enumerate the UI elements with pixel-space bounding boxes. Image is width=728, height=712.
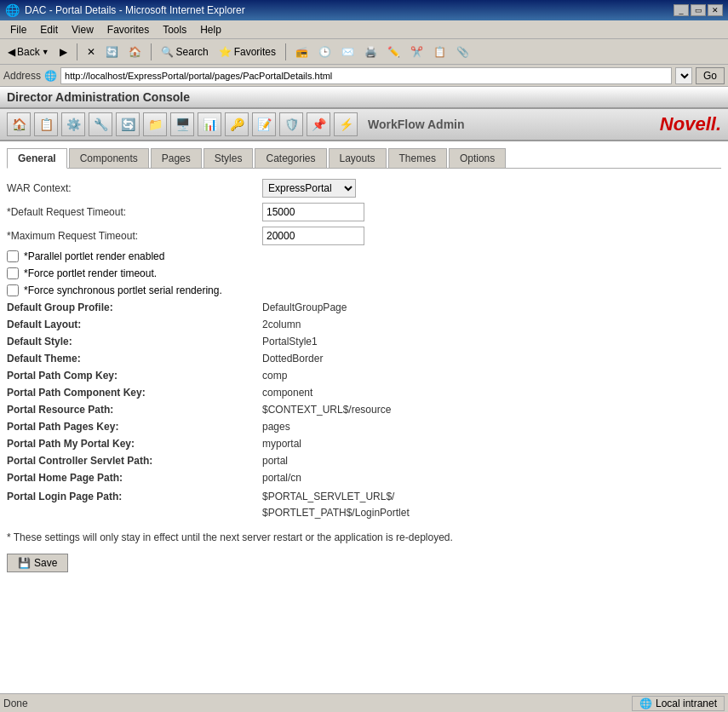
address-dropdown[interactable] [675, 67, 692, 84]
parallel-portlet-checkbox[interactable] [7, 250, 19, 262]
default-theme-row: Default Theme: DottedBorder [7, 353, 721, 365]
media-icon: 📻 [295, 46, 308, 58]
war-context-label: WAR Context: [7, 182, 262, 194]
app-tb-settings[interactable]: ⚙️ [61, 112, 85, 136]
war-context-select[interactable]: ExpressPortal [262, 179, 356, 198]
save-button[interactable]: 💾 Save [7, 554, 68, 572]
paste-button[interactable]: 📎 [452, 42, 473, 62]
portal-path-myportal-key-label: Portal Path My Portal Key: [7, 438, 262, 450]
back-button[interactable]: ◀ Back ▼ [3, 42, 54, 62]
app-tb-home[interactable]: 🏠 [7, 112, 31, 136]
default-request-timeout-row: *Default Request Timeout: [7, 203, 721, 221]
intranet-icon: 🌐 [639, 698, 652, 709]
app-tb-chart[interactable]: 📊 [198, 112, 221, 136]
go-button[interactable]: Go [696, 67, 725, 84]
menu-help[interactable]: Help [193, 22, 228, 37]
menu-view[interactable]: View [65, 22, 100, 37]
history-button[interactable]: 🕒 [314, 42, 335, 62]
tab-themes[interactable]: Themes [388, 148, 447, 168]
app-tb-folder[interactable]: 📁 [143, 112, 167, 136]
portal-path-comp-key-label: Portal Path Comp Key: [7, 370, 262, 382]
default-layout-row: Default Layout: 2column [7, 319, 721, 330]
menu-edit[interactable]: Edit [33, 22, 65, 37]
forward-button[interactable]: ▶ [55, 42, 72, 62]
default-request-timeout-input[interactable] [262, 203, 364, 221]
app-tb-tools[interactable]: 🔧 [89, 112, 112, 136]
back-dropdown-icon[interactable]: ▼ [42, 48, 49, 56]
favorites-label: Favorites [234, 46, 276, 58]
force-synchronous-label: *Force synchronous portlet serial render… [24, 284, 222, 296]
portal-home-page-value: portal/cn [262, 472, 301, 484]
force-synchronous-row: *Force synchronous portlet serial render… [7, 284, 721, 296]
app-tb-refresh[interactable]: 🔄 [116, 112, 140, 136]
portal-path-component-key-value: component [262, 387, 312, 399]
workflow-label: WorkFlow Admin [368, 118, 465, 131]
toolbar-separator-3 [285, 43, 286, 60]
media-button[interactable]: 📻 [291, 42, 312, 62]
portal-path-pages-key-row: Portal Path Pages Key: pages [7, 421, 721, 433]
app-toolbar: 🏠 📋 ⚙️ 🔧 🔄 📁 🖥️ 📊 🔑 📝 🛡️ 📌 ⚡ WorkFlow Ad… [0, 109, 728, 141]
tab-components[interactable]: Components [69, 148, 149, 168]
app-tb-shield[interactable]: 🛡️ [279, 112, 303, 136]
portal-controller-servlet-row: Portal Controller Servlet Path: portal [7, 455, 721, 467]
portal-resource-path-value: $CONTEXT_URL$/resource [262, 404, 391, 416]
tab-general[interactable]: General [7, 148, 67, 169]
restore-button[interactable]: ▭ [691, 4, 706, 16]
tab-pages[interactable]: Pages [151, 148, 202, 168]
app-tb-pin[interactable]: 📌 [307, 112, 330, 136]
browser-toolbar: ◀ Back ▼ ▶ ✕ 🔄 🏠 🔍 Search ⭐ Favorites 📻 … [0, 39, 728, 65]
history-icon: 🕒 [318, 46, 331, 58]
search-label: Search [176, 46, 209, 58]
max-request-timeout-input[interactable] [262, 227, 364, 245]
favorites-button[interactable]: ⭐ Favorites [215, 42, 280, 62]
app-tb-monitor[interactable]: 🖥️ [170, 112, 194, 136]
tab-layouts[interactable]: Layouts [329, 148, 387, 168]
max-request-timeout-label: *Maximum Request Timeout: [7, 230, 262, 242]
app-tb-lightning[interactable]: ⚡ [334, 112, 358, 136]
window-title-bar: 🌐 DAC - Portal Details - Microsoft Inter… [0, 0, 728, 20]
portal-path-component-key-row: Portal Path Component Key: component [7, 387, 721, 399]
mail-button[interactable]: ✉️ [337, 42, 358, 62]
default-request-timeout-label: *Default Request Timeout: [7, 206, 262, 218]
max-request-timeout-row: *Maximum Request Timeout: [7, 227, 721, 245]
default-style-value: PortalStyle1 [262, 336, 318, 347]
menu-tools[interactable]: Tools [156, 22, 193, 37]
save-label: Save [34, 557, 57, 569]
favorites-star-icon: ⭐ [219, 46, 232, 58]
print-icon: 🖨️ [364, 46, 377, 58]
info-text: * These settings will only stay in effec… [7, 530, 721, 545]
stop-button[interactable]: ✕ [83, 42, 100, 62]
stop-icon: ✕ [87, 46, 95, 58]
portal-path-pages-key-label: Portal Path Pages Key: [7, 421, 262, 433]
menu-favorites[interactable]: Favorites [100, 22, 156, 37]
tab-categories[interactable]: Categories [255, 148, 326, 168]
force-render-checkbox[interactable] [7, 267, 19, 279]
address-input[interactable] [60, 67, 672, 84]
app-tb-key[interactable]: 🔑 [225, 112, 249, 136]
back-icon: ◀ [8, 46, 15, 58]
cut-button[interactable]: ✂️ [406, 42, 427, 62]
status-right-text: Local intranet [656, 698, 717, 709]
copy-button[interactable]: 📋 [429, 42, 450, 62]
parallel-portlet-label: *Parallel portlet render enabled [24, 250, 164, 262]
tab-bar: General Components Pages Styles Categori… [7, 148, 721, 169]
menu-file[interactable]: File [3, 22, 33, 37]
tab-options[interactable]: Options [449, 148, 506, 168]
edit-button[interactable]: ✏️ [383, 42, 404, 62]
app-tb-notes[interactable]: 📝 [252, 112, 276, 136]
status-right: 🌐 Local intranet [632, 696, 725, 711]
minimize-button[interactable]: _ [674, 4, 689, 16]
toolbar-separator-2 [151, 43, 152, 60]
paste-icon: 📎 [456, 46, 469, 58]
refresh-button[interactable]: 🔄 [101, 42, 123, 62]
force-synchronous-checkbox[interactable] [7, 284, 19, 296]
print-button[interactable]: 🖨️ [360, 42, 381, 62]
home-button[interactable]: 🏠 [124, 42, 146, 62]
app-tb-list[interactable]: 📋 [34, 112, 58, 136]
search-button[interactable]: 🔍 Search [157, 42, 213, 62]
tab-styles[interactable]: Styles [203, 148, 254, 168]
portal-path-myportal-key-row: Portal Path My Portal Key: myportal [7, 438, 721, 450]
default-style-label: Default Style: [7, 336, 262, 347]
portal-home-page-row: Portal Home Page Path: portal/cn [7, 472, 721, 484]
close-button[interactable]: ✕ [708, 4, 723, 16]
